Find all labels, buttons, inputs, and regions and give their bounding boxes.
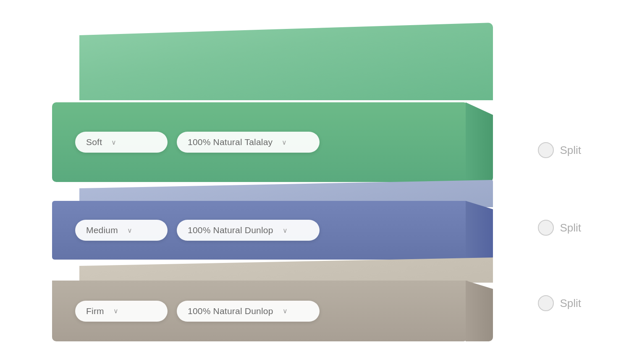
layer-top: Soft ∨ 100% Natural Talalay ∨ <box>52 23 493 182</box>
material-dropdown-2[interactable]: 100% Natural Dunlop ∨ <box>177 220 320 241</box>
split-radio-3[interactable] <box>538 295 554 311</box>
split-label-1: Split <box>560 144 581 157</box>
firmness-label-1: Soft <box>86 137 102 147</box>
material-label-1: 100% Natural Talalay <box>188 137 273 147</box>
mattress-configurator: Soft ∨ 100% Natural Talalay ∨ Medium ∨ 1… <box>52 10 577 354</box>
firmness-label-3: Firm <box>86 306 104 316</box>
layer-right-face-2 <box>466 201 493 260</box>
split-radio-2[interactable] <box>538 220 554 236</box>
chevron-down-icon-5: ∨ <box>113 307 118 315</box>
firmness-dropdown-1[interactable]: Soft ∨ <box>75 132 168 153</box>
layer-top-face-3 <box>79 257 493 283</box>
firmness-dropdown-2[interactable]: Medium ∨ <box>75 220 168 241</box>
chevron-down-icon-1: ∨ <box>111 138 116 146</box>
split-label-2: Split <box>560 221 581 234</box>
split-radio-1[interactable] <box>538 142 554 158</box>
material-dropdown-3[interactable]: 100% Natural Dunlop ∨ <box>177 301 320 322</box>
split-control-1: Split <box>538 142 581 158</box>
layer-top-face <box>79 23 493 100</box>
mattress-stack: Soft ∨ 100% Natural Talalay ∨ Medium ∨ 1… <box>52 23 493 341</box>
layer-front-face-1: Soft ∨ 100% Natural Talalay ∨ <box>52 102 468 182</box>
chevron-down-icon-6: ∨ <box>283 307 288 315</box>
chevron-down-icon-4: ∨ <box>283 226 288 234</box>
chevron-down-icon-3: ∨ <box>127 226 132 234</box>
layer-right-face-3 <box>466 281 493 341</box>
material-label-3: 100% Natural Dunlop <box>188 306 273 316</box>
layer-front-face-2: Medium ∨ 100% Natural Dunlop ∨ <box>52 201 468 260</box>
layer-front-face-3: Firm ∨ 100% Natural Dunlop ∨ <box>52 281 468 341</box>
firmness-dropdown-3[interactable]: Firm ∨ <box>75 301 168 322</box>
material-label-2: 100% Natural Dunlop <box>188 225 273 235</box>
split-control-3: Split <box>538 295 581 311</box>
chevron-down-icon-2: ∨ <box>282 138 287 146</box>
layer-bottom: Firm ∨ 100% Natural Dunlop ∨ <box>52 257 493 341</box>
split-control-2: Split <box>538 220 581 236</box>
firmness-label-2: Medium <box>86 225 118 235</box>
layer-right-face-1 <box>466 102 493 182</box>
material-dropdown-1[interactable]: 100% Natural Talalay ∨ <box>177 132 320 153</box>
layer-middle: Medium ∨ 100% Natural Dunlop ∨ <box>52 180 493 260</box>
split-label-3: Split <box>560 297 581 310</box>
